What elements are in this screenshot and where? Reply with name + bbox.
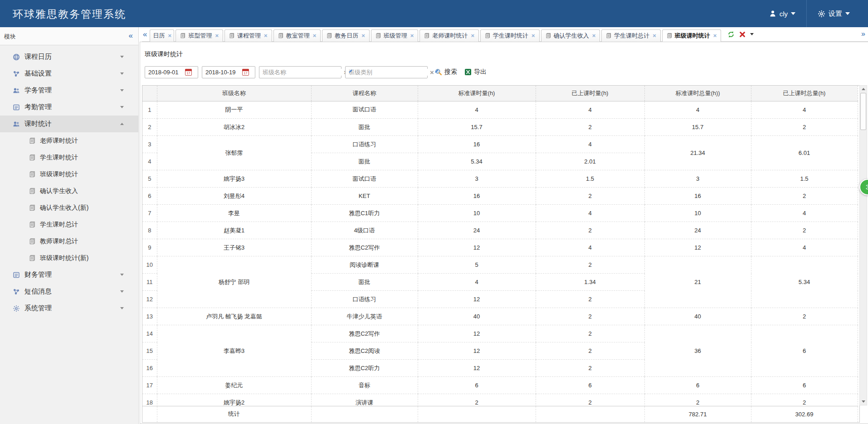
column-header[interactable]: 已上课时总量(h) [751, 86, 858, 101]
scrollbar-thumb[interactable] [860, 93, 866, 130]
row-number-cell: 2 [142, 119, 157, 136]
sidebar-item-basic-settings[interactable]: 基础设置 [0, 65, 138, 82]
tab-close-icon[interactable]: × [471, 32, 474, 39]
class-name-cell: 刘昱彤4 [157, 188, 311, 205]
column-header[interactable]: 班级名称 [157, 86, 311, 101]
tab-close-icon[interactable]: × [313, 32, 317, 39]
document-icon [375, 33, 381, 39]
sidebar-item-system[interactable]: 系统管理 [0, 300, 138, 317]
tab-教务日历[interactable]: 教务日历× [322, 29, 370, 42]
course-name-cell: 雅思C2写作 [311, 239, 418, 256]
class-name-cell: 张郁霈 [157, 136, 311, 170]
row-number-cell: 1 [142, 101, 157, 119]
tab-学生课时总计[interactable]: 学生课时总计× [601, 29, 661, 42]
done-total-cell: 4 [751, 239, 858, 256]
calendar-icon[interactable] [242, 69, 249, 76]
sidebar-item-course-calendar[interactable]: 课程日历 [0, 48, 138, 65]
table-row[interactable]: 3张郁霈口语练习16421.346.01 [142, 136, 858, 153]
tab-overflow-button[interactable]: » [861, 30, 865, 38]
column-header[interactable]: 标准课时总量(h)) [644, 86, 751, 101]
settings-menu[interactable]: 设置 [813, 10, 854, 18]
done-hours-cell: 2 [536, 394, 644, 406]
tab-close-icon[interactable]: × [361, 32, 365, 39]
column-header[interactable] [142, 86, 157, 101]
sidebar-item-student-affairs[interactable]: 学务管理 [0, 82, 138, 99]
tab-close-icon[interactable]: × [592, 32, 596, 39]
people-icon [13, 120, 20, 128]
table-row[interactable]: 6刘昱彤4KET162162 [142, 188, 858, 205]
chevron-down-icon [120, 89, 124, 92]
tab-老师课时统计[interactable]: 老师课时统计× [419, 29, 479, 42]
tab-close-icon[interactable]: × [168, 32, 171, 39]
tab-学生课时统计[interactable]: 学生课时统计× [480, 29, 540, 42]
sidebar-subitem[interactable]: 确认学生收入 [0, 183, 138, 199]
sidebar-item-attendance[interactable]: 考勤管理 [0, 99, 138, 116]
tab-确认学生收入[interactable]: 确认学生收入× [541, 29, 600, 42]
table-row[interactable]: 17姜纪元音标6666 [142, 377, 858, 394]
tab-教室管理[interactable]: 教室管理× [273, 29, 321, 42]
tab-close-icon[interactable]: × [215, 32, 219, 39]
sidebar-subitem[interactable]: 教师课时总计 [0, 233, 138, 250]
export-button[interactable]: 导出 [464, 68, 487, 76]
date-to-input[interactable] [202, 69, 242, 76]
scroll-down-button[interactable] [860, 398, 867, 405]
search-button[interactable]: 搜索 [435, 68, 457, 76]
vertical-scrollbar[interactable] [859, 85, 867, 405]
standard-hours-cell: 6 [418, 377, 536, 394]
class-name-input[interactable] [259, 69, 342, 76]
tab-scroll-left-button[interactable]: « [143, 30, 147, 39]
table-row[interactable]: 1阴一平面试口语4444 [142, 101, 858, 119]
close-all-tabs-icon[interactable] [739, 31, 746, 38]
document-icon [424, 33, 430, 39]
standard-hours-cell: 15.7 [418, 119, 536, 136]
column-header[interactable]: 标准课时量(h) [418, 86, 536, 101]
sidebar-collapse-button[interactable]: « [129, 31, 133, 40]
tab-actions-dropdown-icon[interactable] [750, 33, 754, 35]
standard-hours-cell: 2 [418, 394, 536, 406]
tab-close-icon[interactable]: × [653, 32, 656, 39]
tab-日历[interactable]: 日历× [150, 29, 174, 42]
sidebar-item-label: 财务管理 [24, 270, 52, 279]
standard-total-cell: 24 [644, 222, 751, 239]
table-row[interactable]: 18姚宇扬2演讲课2222 [142, 394, 858, 406]
tab-班型管理[interactable]: 班型管理× [176, 29, 223, 42]
tab-close-icon[interactable]: × [532, 32, 535, 39]
tab-班级课时统计[interactable]: 班级课时统计× [662, 29, 722, 42]
table-row[interactable]: 14李嘉晔3雅思C2写作122366 [142, 325, 858, 342]
table-row[interactable]: 5姚宇扬3面试口语31.531.5 [142, 170, 858, 188]
scroll-up-button[interactable] [860, 86, 867, 92]
summary-label: 统计 [157, 406, 311, 422]
tab-close-icon[interactable]: × [410, 32, 414, 39]
table-row[interactable]: 7李昱雅思C1听力104104 [142, 205, 858, 222]
refresh-tab-icon[interactable] [727, 31, 735, 38]
sidebar-subitem[interactable]: 学生课时总计 [0, 216, 138, 233]
tab-课程管理[interactable]: 课程管理× [224, 29, 272, 42]
date-from-input[interactable] [145, 69, 185, 76]
sidebar-item-hours-stats[interactable]: 课时统计 [0, 116, 138, 132]
tab-班级管理[interactable]: 班级管理× [371, 29, 419, 42]
table-row[interactable]: 8赵美凝14级口语242242 [142, 222, 858, 239]
class-type-input[interactable] [346, 69, 429, 76]
table-row[interactable]: 2胡冰冰2面批15.7215.72 [142, 119, 858, 136]
summary-done-total: 302.69 [751, 406, 858, 422]
sidebar-subitem[interactable]: 确认学生收入(新) [0, 199, 138, 216]
calendar-icon[interactable] [185, 69, 192, 76]
sidebar-subitem[interactable]: 老师课时统计 [0, 132, 138, 149]
sidebar-item-sms[interactable]: 短信消息 [0, 283, 138, 300]
sidebar-subitem[interactable]: 班级课时统计 [0, 166, 138, 183]
tab-close-icon[interactable]: × [264, 32, 268, 39]
clear-icon[interactable]: × [429, 68, 435, 76]
column-header[interactable]: 课程名称 [311, 86, 418, 101]
sidebar-item-finance[interactable]: 财务管理 [0, 266, 138, 283]
sidebar-subitem[interactable]: 班级课时统计(新) [0, 250, 138, 266]
tab-close-icon[interactable]: × [713, 32, 717, 39]
user-menu[interactable]: cly [765, 10, 800, 18]
column-header[interactable]: 已上课时量(h) [536, 86, 644, 101]
done-total-cell: 2 [751, 394, 858, 406]
sidebar-item-label: 课时统计 [24, 120, 52, 128]
table-row[interactable]: 10杨舒宁 邵玥阅读诊断课52215.34 [142, 256, 858, 274]
sidebar-subitem[interactable]: 学生课时统计 [0, 149, 138, 166]
table-body-viewport[interactable]: 1阴一平面试口语44442胡冰冰2面批15.7215.723张郁霈口语练习164… [142, 101, 859, 406]
table-row[interactable]: 9王子铭3雅思C2写作124124 [142, 239, 858, 256]
table-row[interactable]: 13卢羽凡 雒飞扬 龙嘉懿牛津少儿英语402402 [142, 308, 858, 325]
